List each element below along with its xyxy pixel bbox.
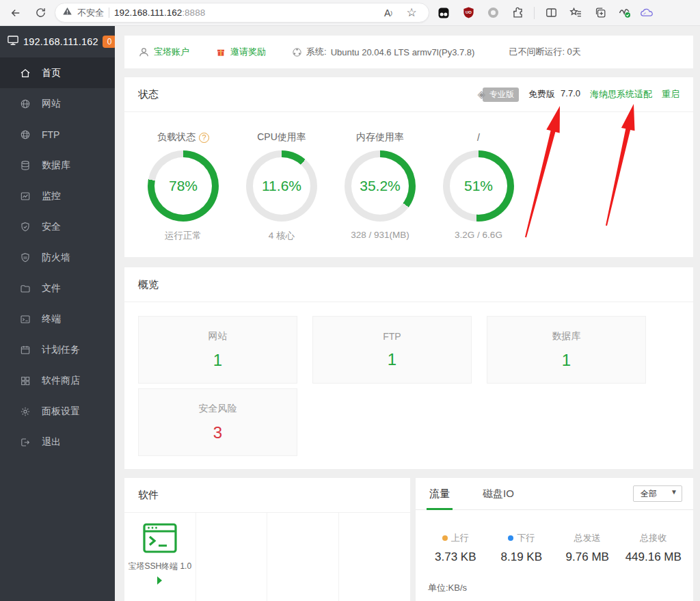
calendar-icon (19, 344, 31, 356)
tab-traffic[interactable]: 流量 (427, 478, 453, 510)
sidebar-item-website[interactable]: 网站 (0, 88, 115, 119)
version-number: 7.7.0 (561, 88, 580, 101)
card-website[interactable]: 网站 1 (138, 316, 297, 384)
help-icon[interactable]: ? (199, 133, 209, 143)
sidebar-item-monitor[interactable]: 监控 (0, 181, 115, 211)
warning-icon (62, 6, 72, 19)
monitor-chart-icon (19, 190, 31, 202)
extension-blackbox-icon[interactable] (433, 3, 454, 23)
sidebar-item-logout[interactable]: 退出 (0, 427, 115, 457)
restart-link[interactable]: 重启 (662, 88, 679, 101)
hinas-adapt-link[interactable]: 海纳思系统适配 (590, 88, 652, 101)
sidebar-item-firewall[interactable]: 防火墙 (0, 242, 115, 273)
cloud-icon[interactable] (639, 3, 654, 23)
card-ftp[interactable]: FTP 1 (312, 316, 472, 384)
sidebar-item-label: 监控 (42, 190, 61, 202)
sidebar-item-label: 终端 (42, 313, 61, 325)
software-panel: 软件 宝塔SSH终端 1.0 (124, 478, 410, 601)
favorites-bar-icon[interactable] (565, 3, 586, 23)
address-divider (109, 8, 109, 18)
stat-total-received: 总接收 449.16 MB (621, 532, 687, 564)
overview-title: 概览 (138, 278, 159, 291)
info-bar: 宝塔账户 邀请奖励 系统: Ubuntu 20.04.6 LTS armv7l(… (124, 36, 693, 68)
overview-panel: 概览 网站 1 FTP 1 数据库 1 安全风险 3 (124, 267, 693, 469)
security-label[interactable]: 不安全 (77, 7, 104, 19)
sidebar-item-terminal[interactable]: 终端 (0, 304, 115, 334)
load-gauge-ring: 78% (148, 150, 219, 222)
play-icon[interactable] (157, 576, 162, 585)
card-database[interactable]: 数据库 1 (487, 316, 646, 384)
pro-version-badge[interactable]: ◈ 专业版 (478, 88, 520, 102)
sidebar-item-home[interactable]: 首页 (0, 57, 115, 88)
back-icon[interactable] (5, 3, 26, 23)
address-bar[interactable]: 不安全 192.168.111.162:8888 A) ☆ (55, 3, 429, 23)
url-text[interactable]: 192.168.111.162:8888 (114, 8, 373, 18)
read-aloud-icon[interactable]: A) (378, 3, 399, 23)
favorite-star-icon[interactable]: ☆ (401, 3, 422, 23)
sidebar-item-database[interactable]: 数据库 (0, 150, 115, 181)
sidebar-item-label: 防火墙 (42, 252, 70, 264)
user-icon (138, 46, 150, 58)
unit-label: 单位:KB/s (416, 564, 693, 594)
software-name: 宝塔SSH终端 1.0 (128, 561, 191, 572)
system-info: 系统: Ubuntu 20.04.6 LTS armv7l(Py3.7.8) (292, 46, 474, 58)
tab-disk-io[interactable]: 磁盘IO (480, 478, 517, 510)
ublock-origin-icon[interactable]: UO (458, 3, 479, 23)
terminal-icon (19, 313, 31, 325)
software-empty-cell (339, 513, 411, 601)
software-empty-cell (267, 513, 339, 601)
ftp-globe-icon (19, 129, 31, 140)
database-icon (19, 159, 31, 171)
software-item-ssh-terminal[interactable]: 宝塔SSH终端 1.0 (124, 513, 196, 601)
main-content: 宝塔账户 邀请奖励 系统: Ubuntu 20.04.6 LTS armv7l(… (115, 26, 700, 601)
waf-shield-icon (19, 252, 31, 263)
server-ip: 192.168.111.162 (23, 36, 98, 47)
software-empty-cell (196, 513, 268, 601)
traffic-panel: 流量 磁盘IO 全部 ▼ 上行 3.73 KB 下行 8.19 KB (416, 478, 693, 601)
invite-reward-link[interactable]: 邀请奖励 (215, 46, 266, 58)
reload-icon[interactable] (30, 3, 51, 23)
interface-filter-select[interactable]: 全部 (633, 485, 682, 502)
sidebar-item-appstore[interactable]: 软件商店 (0, 365, 115, 396)
sidebar-item-settings[interactable]: 面板设置 (0, 396, 115, 427)
folder-icon (19, 282, 31, 294)
sidebar-item-files[interactable]: 文件 (0, 273, 115, 304)
sidebar-item-label: FTP (42, 129, 59, 140)
diamond-icon: ◈ (478, 88, 486, 101)
gauge-rootdisk: / 51% 3.2G / 6.6G (438, 130, 520, 242)
uptime-label: 已不间断运行: 0天 (509, 46, 580, 58)
ubuntu-icon (292, 47, 302, 57)
svg-text:UO: UO (466, 10, 472, 14)
browser-essentials-icon[interactable] (615, 3, 635, 23)
sidebar: 192.168.111.162 0 首页 网站 FTP 数据库 监控 安全 (0, 26, 115, 601)
sidebar-item-cron[interactable]: 计划任务 (0, 334, 115, 365)
bt-account-link[interactable]: 宝塔账户 (138, 46, 189, 58)
software-title: 软件 (138, 489, 159, 502)
split-screen-icon[interactable] (541, 3, 561, 23)
sidebar-server-header[interactable]: 192.168.111.162 0 (0, 26, 115, 57)
downstream-dot (508, 535, 513, 541)
collections-add-icon[interactable] (590, 3, 610, 23)
version-info: 免费版 7.7.0 (528, 88, 580, 101)
gift-icon (215, 46, 226, 57)
gauge-memory: 内存使用率 35.2% 328 / 931(MB) (339, 130, 421, 242)
gear-icon (19, 405, 31, 417)
sidebar-item-ftp[interactable]: FTP (0, 119, 115, 150)
memory-gauge-ring: 35.2% (345, 150, 416, 222)
gray-ring-extension-icon[interactable] (483, 3, 503, 23)
stat-downstream: 下行 8.19 KB (489, 532, 555, 564)
logout-icon (19, 436, 31, 448)
cpu-gauge-ring: 11.6% (246, 150, 317, 222)
system-value: Ubuntu 20.04.6 LTS armv7l(Py3.7.8) (331, 47, 475, 57)
stat-upstream: 上行 3.73 KB (422, 532, 489, 564)
status-title: 状态 (138, 88, 159, 101)
grid-icon (19, 375, 31, 386)
sidebar-item-label: 退出 (42, 436, 61, 449)
stat-total-sent: 总发送 9.76 MB (554, 532, 621, 564)
gauge-load: 负载状态? 78% 运行正常 (142, 130, 224, 242)
card-security-risk[interactable]: 安全风险 3 (138, 388, 297, 456)
extensions-puzzle-icon[interactable] (507, 3, 528, 23)
sidebar-item-security[interactable]: 安全 (0, 211, 115, 242)
browser-toolbar: 不安全 192.168.111.162:8888 A) ☆ UO (0, 0, 700, 26)
shield-check-icon (19, 221, 31, 232)
